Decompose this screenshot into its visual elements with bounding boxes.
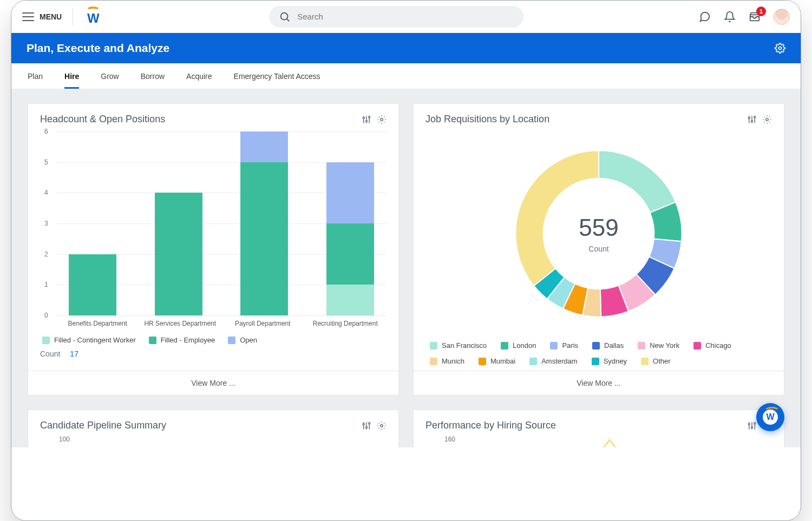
count-value: 17 [70, 349, 78, 358]
settings-sliders-icon[interactable] [747, 115, 757, 124]
dashboard-body: Headcount & Open Positions 0123456 [11, 89, 801, 447]
menu-label: MENU [40, 12, 62, 21]
y-tick: 0 [44, 312, 48, 319]
donut-center-value: 559 [579, 214, 618, 241]
card-headcount: Headcount & Open Positions 0123456 [28, 103, 399, 395]
headcount-bar-chart: 0123456 Benefits DepartmentHR Services D… [40, 129, 387, 371]
topbar-right: 1 [699, 9, 790, 25]
card-pipeline: Candidate Pipeline Summary 100 [28, 410, 399, 447]
bar-segment [155, 193, 202, 315]
page-header: Plan, Execute and Analyze [11, 33, 801, 63]
svg-point-9 [369, 116, 370, 118]
legend-item[interactable]: New York [638, 341, 679, 349]
svg-point-10 [381, 118, 383, 121]
legend-item[interactable]: San Francisco [430, 341, 487, 349]
svg-point-0 [281, 12, 288, 19]
requisitions-donut-chart: 559 Count [512, 147, 685, 320]
svg-point-5 [363, 117, 364, 118]
tab-acquire[interactable]: Acquire [186, 64, 212, 88]
legend-item[interactable]: Other [641, 357, 671, 365]
chart-peak-icon [599, 439, 620, 447]
legend-item[interactable]: Dallas [592, 341, 624, 349]
legend-item[interactable]: Sydney [592, 357, 627, 365]
tab-grow[interactable]: Grow [101, 64, 119, 88]
svg-point-16 [754, 116, 756, 118]
card-title: Candidate Pipeline Summary [40, 420, 166, 431]
card-title: Headcount & Open Positions [40, 114, 165, 125]
card-requisitions: Job Requisitions by Location 559 [413, 103, 784, 395]
bar-column[interactable] [326, 162, 374, 315]
svg-point-3 [779, 47, 782, 50]
bar-segment [326, 162, 374, 223]
x-tick: Recruiting Department [304, 320, 387, 327]
gear-icon[interactable] [377, 115, 387, 124]
legend-item[interactable]: Paris [550, 341, 578, 349]
card-performance: Performance by Hiring Source 160 [413, 410, 784, 447]
chat-icon[interactable] [699, 11, 711, 23]
donut-center-label: Count [588, 245, 608, 253]
y-tick: 160 [444, 436, 455, 443]
bar-column[interactable] [240, 131, 288, 315]
svg-point-21 [366, 426, 368, 428]
svg-point-7 [366, 120, 368, 122]
card-title: Job Requisitions by Location [425, 114, 549, 125]
settings-sliders-icon[interactable] [362, 421, 371, 431]
svg-point-23 [369, 423, 370, 424]
y-tick: 4 [44, 189, 48, 196]
tab-borrow[interactable]: Borrow [141, 64, 165, 88]
svg-point-14 [751, 120, 753, 122]
tab-bar: PlanHireGrowBorrowAcquireEmergency Talen… [11, 63, 801, 89]
svg-point-12 [748, 117, 750, 118]
y-tick: 1 [44, 281, 48, 288]
svg-point-17 [766, 118, 769, 121]
legend-item[interactable]: Munich [430, 357, 464, 365]
y-tick: 6 [44, 128, 48, 135]
search-input[interactable] [297, 12, 514, 21]
tab-plan[interactable]: Plan [28, 64, 43, 88]
legend-item[interactable]: Filled - Employee [149, 336, 215, 344]
bar-column[interactable] [155, 193, 202, 315]
settings-sliders-icon[interactable] [747, 421, 757, 431]
view-more-link[interactable]: View More ... [28, 371, 398, 395]
assistant-fab[interactable]: W [756, 403, 784, 431]
settings-sliders-icon[interactable] [362, 115, 371, 124]
svg-point-26 [748, 423, 750, 425]
bar-segment [326, 223, 374, 285]
menu-button[interactable]: MENU [22, 12, 62, 21]
gear-icon[interactable] [775, 43, 785, 54]
top-bar: MENU W 1 [11, 1, 801, 33]
bar-segment [240, 131, 288, 162]
x-tick: Payroll Department [221, 320, 304, 327]
hamburger-icon [22, 12, 34, 21]
tab-emergency-talent-access[interactable]: Emergency Talent Access [234, 64, 320, 88]
tab-hire[interactable]: Hire [64, 64, 79, 88]
legend-item[interactable]: London [501, 341, 536, 349]
svg-line-1 [287, 19, 289, 21]
legend-item[interactable]: Open [228, 336, 257, 344]
gear-icon[interactable] [377, 421, 387, 431]
search-icon [279, 11, 291, 23]
divider [73, 8, 73, 25]
svg-point-19 [363, 423, 364, 425]
bar-column[interactable] [69, 254, 116, 315]
workday-logo[interactable]: W [84, 8, 102, 26]
inbox-badge: 1 [756, 6, 766, 16]
bar-segment [69, 254, 116, 315]
avatar[interactable] [774, 9, 790, 25]
y-tick: 100 [59, 436, 70, 443]
svg-point-24 [381, 424, 383, 427]
y-tick: 5 [44, 159, 48, 166]
legend-item[interactable]: Amsterdam [529, 357, 577, 365]
y-tick: 2 [44, 250, 48, 258]
view-more-link[interactable]: View More ... [414, 371, 784, 395]
gear-icon[interactable] [762, 115, 772, 124]
page-title: Plan, Execute and Analyze [27, 42, 169, 55]
bell-icon[interactable] [724, 11, 736, 23]
inbox-button[interactable]: 1 [749, 11, 761, 23]
legend-item[interactable]: Chicago [693, 341, 731, 349]
x-tick: HR Services Department [139, 320, 222, 327]
search-field[interactable] [269, 6, 523, 28]
legend-item[interactable]: Filled - Contingent Worker [42, 336, 136, 344]
bar-segment [326, 285, 374, 315]
legend-item[interactable]: Mumbai [479, 357, 515, 365]
